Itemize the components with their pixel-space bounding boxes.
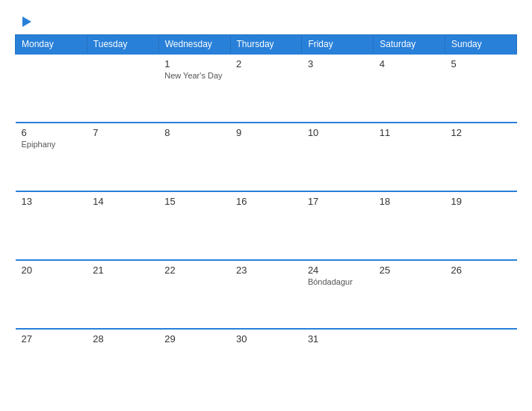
day-number: 7 xyxy=(93,127,152,138)
day-number: 25 xyxy=(380,265,439,276)
day-number: 26 xyxy=(451,265,511,276)
logo xyxy=(15,13,33,30)
weekday-header-saturday: Saturday xyxy=(374,35,445,55)
day-number: 23 xyxy=(236,265,296,276)
day-number: 24 xyxy=(308,265,368,276)
calendar-cell xyxy=(374,329,445,398)
logo-row-top xyxy=(15,13,33,30)
day-event: New Year's Day xyxy=(164,71,224,80)
calendar-cell: 28 xyxy=(87,329,158,398)
day-number: 11 xyxy=(380,127,439,138)
calendar-cell: 10 xyxy=(302,123,374,191)
weekday-header-friday: Friday xyxy=(302,35,374,55)
day-number: 20 xyxy=(22,265,81,276)
day-number: 6 xyxy=(22,127,81,138)
logo-block xyxy=(15,13,33,30)
day-number: 29 xyxy=(164,333,224,344)
day-number: 27 xyxy=(22,333,81,344)
weekday-header-monday: Monday xyxy=(16,35,87,55)
calendar-cell: 21 xyxy=(87,260,158,329)
calendar-cell: 4 xyxy=(374,54,445,123)
day-number: 3 xyxy=(308,58,368,69)
weekday-header-row: MondayTuesdayWednesdayThursdayFridaySatu… xyxy=(16,35,517,55)
calendar-cell: 25 xyxy=(374,260,445,329)
day-event: Epiphany xyxy=(22,140,81,149)
calendar-cell: 14 xyxy=(87,191,158,260)
calendar-cell: 3 xyxy=(302,54,374,123)
calendar-cell: 13 xyxy=(16,191,87,260)
day-number: 18 xyxy=(380,196,439,207)
day-number: 28 xyxy=(93,333,152,344)
calendar-cell: 18 xyxy=(374,191,445,260)
calendar-cell: 20 xyxy=(16,260,87,329)
weekday-header-tuesday: Tuesday xyxy=(87,35,158,55)
calendar-cell: 5 xyxy=(445,54,517,123)
calendar-cell: 27 xyxy=(16,329,87,398)
day-number: 19 xyxy=(451,196,511,207)
day-number: 12 xyxy=(451,127,511,138)
day-number: 8 xyxy=(164,127,224,138)
calendar-cell: 16 xyxy=(230,191,302,260)
day-number: 13 xyxy=(22,196,81,207)
day-number: 4 xyxy=(380,58,439,69)
calendar-cell: 30 xyxy=(230,329,302,398)
day-number: 22 xyxy=(164,265,224,276)
calendar-cell: 17 xyxy=(302,191,374,260)
calendar-cell xyxy=(16,54,87,123)
week-row-3: 13141516171819 xyxy=(16,191,517,260)
weekday-header-wednesday: Wednesday xyxy=(158,35,230,55)
calendar-cell: 6Epiphany xyxy=(16,123,87,191)
day-event: Bóndadagur xyxy=(308,277,368,286)
weekday-header-thursday: Thursday xyxy=(230,35,302,55)
svg-marker-0 xyxy=(22,16,31,27)
calendar-table: MondayTuesdayWednesdayThursdayFridaySatu… xyxy=(15,34,517,398)
calendar-cell: 12 xyxy=(445,123,517,191)
day-number: 15 xyxy=(164,196,224,207)
week-row-1: 1New Year's Day2345 xyxy=(16,54,517,123)
calendar-cell xyxy=(445,329,517,398)
day-number: 14 xyxy=(93,196,152,207)
header xyxy=(15,13,517,30)
calendar-cell: 29 xyxy=(158,329,230,398)
day-number: 17 xyxy=(308,196,368,207)
day-number: 30 xyxy=(236,333,296,344)
calendar-cell: 22 xyxy=(158,260,230,329)
calendar-cell: 8 xyxy=(158,123,230,191)
calendar-cell: 26 xyxy=(445,260,517,329)
week-row-4: 2021222324Bóndadagur2526 xyxy=(16,260,517,329)
day-number: 21 xyxy=(93,265,152,276)
day-number: 9 xyxy=(236,127,296,138)
day-number: 1 xyxy=(164,58,224,69)
calendar-cell: 15 xyxy=(158,191,230,260)
day-number: 2 xyxy=(236,58,296,69)
calendar-cell: 1New Year's Day xyxy=(158,54,230,123)
weekday-header-sunday: Sunday xyxy=(445,35,517,55)
calendar-cell: 24Bóndadagur xyxy=(302,260,374,329)
calendar-cell: 7 xyxy=(87,123,158,191)
week-row-5: 2728293031 xyxy=(16,329,517,398)
day-number: 16 xyxy=(236,196,296,207)
calendar-cell: 9 xyxy=(230,123,302,191)
calendar-cell: 23 xyxy=(230,260,302,329)
day-number: 10 xyxy=(308,127,368,138)
calendar-cell: 19 xyxy=(445,191,517,260)
calendar-cell xyxy=(87,54,158,123)
day-number: 5 xyxy=(451,58,511,69)
week-row-2: 6Epiphany789101112 xyxy=(16,123,517,191)
calendar-cell: 31 xyxy=(302,329,374,398)
logo-triangle-icon xyxy=(16,13,33,30)
calendar-cell: 2 xyxy=(230,54,302,123)
calendar-cell: 11 xyxy=(374,123,445,191)
page: MondayTuesdayWednesdayThursdayFridaySatu… xyxy=(0,0,532,411)
day-number: 31 xyxy=(308,333,368,344)
